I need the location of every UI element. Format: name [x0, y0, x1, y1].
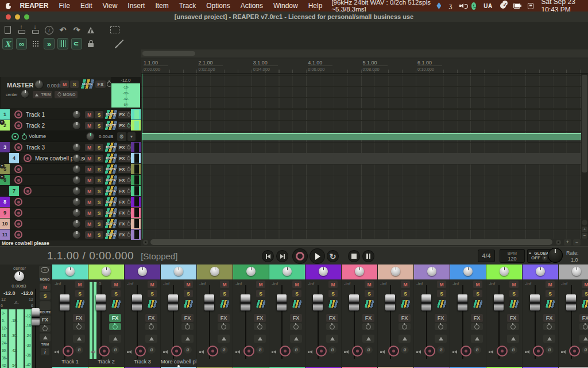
trim-mode-button[interactable] — [579, 335, 588, 343]
fx-bypass-button[interactable] — [579, 323, 588, 330]
pan-knob[interactable] — [174, 267, 183, 276]
record-arm-button[interactable] — [14, 198, 22, 206]
solo-button[interactable]: S — [582, 290, 588, 297]
fx-button[interactable]: FX — [435, 314, 447, 322]
master-info-button[interactable]: i — [41, 348, 49, 355]
bpm-value[interactable]: 120 — [500, 256, 524, 262]
fx-bypass-button[interactable] — [507, 323, 519, 330]
open-project-button[interactable] — [16, 24, 27, 36]
route-button[interactable] — [75, 300, 84, 308]
mute-button[interactable]: M — [582, 281, 588, 288]
track-row-1[interactable]: 1Track 1MSROUTEFX — [0, 109, 141, 120]
fx-bypass-icon[interactable] — [127, 145, 130, 149]
track-name[interactable]: Track 1 — [26, 112, 45, 118]
track-fx-button[interactable]: FX — [118, 187, 132, 195]
fx-button[interactable]: FX — [399, 314, 411, 322]
pan-knob[interactable] — [355, 267, 364, 276]
track-mute-button[interactable]: M — [85, 155, 94, 162]
pan-knob[interactable] — [102, 267, 111, 276]
monitor-icon[interactable] — [272, 350, 277, 355]
track-name[interactable]: Track 3 — [125, 359, 160, 365]
menu-item-window[interactable]: Window — [273, 2, 298, 10]
track-volume-knob[interactable] — [72, 187, 81, 195]
battery-icon[interactable] — [513, 3, 520, 9]
track-fx-button[interactable]: FX — [118, 220, 132, 228]
monitor-icon[interactable] — [489, 350, 494, 355]
mixer-strip-1[interactable]: -infMSFXøTrack 11 — [52, 264, 88, 368]
marquee-zoom-button[interactable] — [109, 24, 120, 36]
mute-button[interactable]: M — [111, 281, 121, 288]
volume-fader[interactable] — [96, 294, 106, 310]
trim-mode-button[interactable] — [254, 335, 266, 343]
snap-magnet-button[interactable] — [71, 38, 82, 49]
track-fx-button[interactable]: FX — [118, 111, 132, 118]
phase-button[interactable]: ø — [256, 346, 264, 354]
mute-button[interactable]: M — [437, 281, 446, 288]
route-button[interactable] — [184, 300, 193, 308]
fx-bypass-button[interactable] — [543, 323, 555, 330]
fx-bypass-icon[interactable] — [127, 222, 130, 225]
monitor-icon[interactable] — [163, 350, 168, 355]
fx-bypass-button[interactable] — [73, 323, 85, 330]
track-solo-button[interactable]: S — [95, 220, 103, 228]
hscroll-right-button[interactable] — [556, 240, 561, 245]
track-mute-button[interactable]: M — [85, 209, 94, 217]
menu-item-insert[interactable]: Insert — [127, 2, 145, 10]
track-row-4[interactable]: 4More cowbell pleaseMSROUTEFX — [0, 153, 141, 164]
record-arm-button[interactable] — [533, 346, 544, 356]
route-button[interactable] — [220, 300, 229, 308]
mixer-strip-11[interactable]: -infMSFXø11 — [414, 264, 450, 368]
zoom-window-button[interactable] — [24, 14, 29, 20]
volume-fader[interactable] — [421, 294, 431, 310]
timeline-ruler[interactable]: 1.1.000:00.0002.1.000:02.0003.1.000:04.0… — [141, 59, 588, 74]
bpm-box[interactable]: BPM 120 — [500, 249, 525, 263]
arrange-view[interactable]: + − — [141, 74, 588, 239]
track-mute-button[interactable]: M — [85, 111, 94, 118]
phase-button[interactable]: ø — [365, 346, 373, 354]
record-arm-button[interactable] — [14, 176, 22, 184]
vertical-zoom-out-button[interactable]: − — [582, 233, 587, 239]
menu-item-help[interactable]: Help — [308, 2, 323, 10]
volume-fader[interactable] — [566, 294, 576, 310]
solo-button[interactable]: S — [256, 290, 265, 297]
pan-knob[interactable] — [536, 267, 545, 276]
volume-fader[interactable] — [494, 294, 504, 310]
folder-collapse-icon[interactable]: ▼ — [0, 174, 5, 179]
track-route-button[interactable]: ROUTE — [105, 219, 117, 228]
arrange-top-scroll-thumb[interactable] — [142, 51, 195, 56]
menu-item-track[interactable]: Track — [179, 2, 196, 10]
trim-mode-button[interactable] — [471, 335, 483, 343]
mixer-strip-14[interactable]: -infMSFXø14 — [523, 264, 558, 368]
global-automation-dropdown-icon[interactable]: ▼ — [542, 255, 547, 260]
track-volume-knob[interactable] — [72, 143, 81, 152]
close-window-button[interactable] — [6, 14, 11, 20]
track-solo-button[interactable]: S — [95, 187, 103, 195]
master-mute-button[interactable]: M — [60, 80, 69, 88]
fx-button[interactable]: FX — [73, 314, 85, 322]
phase-button[interactable]: ø — [509, 346, 517, 354]
track-solo-button[interactable]: S — [95, 166, 103, 173]
track-solo-button[interactable]: S — [95, 209, 103, 217]
phase-button[interactable]: ø — [546, 346, 554, 354]
rate-value[interactable]: 1.0 — [571, 257, 578, 263]
envelope-value-knob[interactable] — [86, 132, 95, 141]
trim-mode-button[interactable] — [290, 335, 302, 343]
solo-button[interactable]: S — [473, 290, 482, 297]
undo-button[interactable] — [57, 24, 68, 36]
track-volume-knob[interactable] — [72, 121, 81, 130]
volume-icon[interactable] — [459, 3, 464, 9]
trim-mode-button[interactable] — [507, 335, 519, 343]
playback-position-readout[interactable]: 1.1.00 / 0:00.000 — [47, 250, 134, 262]
monitor-icon[interactable] — [380, 350, 385, 355]
track-mute-button[interactable]: M — [85, 122, 94, 129]
record-button[interactable] — [292, 248, 308, 264]
mixer-strip-2[interactable]: -12.0MSFXøTrack 2▶2 — [88, 264, 124, 368]
playrate-knob[interactable] — [548, 248, 563, 263]
mixer-strip-9[interactable]: -infMSFXø9 — [342, 264, 377, 368]
trim-mode-button[interactable] — [73, 335, 85, 343]
cloud-sync-icon[interactable] — [500, 3, 506, 9]
track-number-cell[interactable]: 11 — [0, 229, 10, 240]
phase-button[interactable]: ø — [401, 346, 409, 354]
phase-button[interactable]: ø — [437, 346, 445, 354]
record-arm-button[interactable] — [280, 346, 291, 356]
